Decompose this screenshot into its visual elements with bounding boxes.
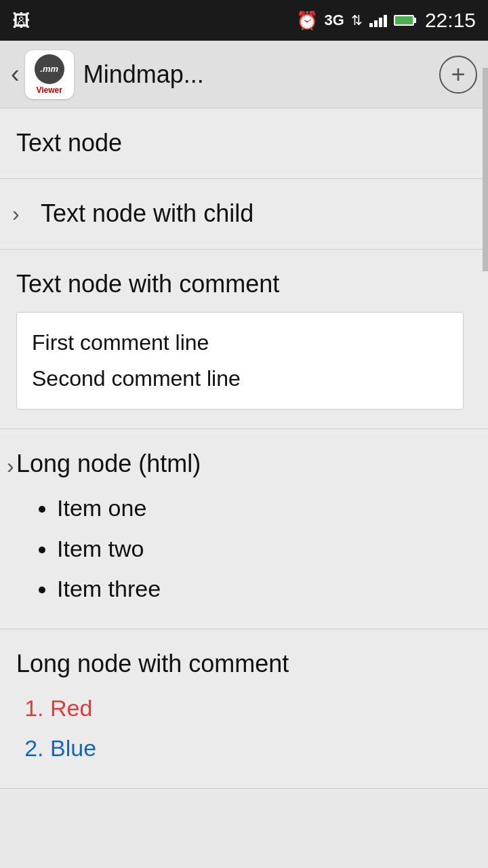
node-title-4: Long node (html): [16, 450, 201, 477]
list-item-5-1: Blue: [50, 728, 472, 769]
app-bar: ‹ .mm Viewer Mindmap... +: [0, 41, 488, 108]
network-label: 3G: [325, 12, 344, 29]
status-bar-right-icons: ⏰ 3G ⇅ 22:15: [296, 9, 476, 32]
scroll-indicator: [483, 68, 488, 271]
signal-icon: [369, 14, 387, 27]
app-title: Mindmap...: [83, 60, 439, 89]
chevron-right-icon-4: ›: [7, 454, 14, 479]
node-title-1: Text node: [16, 129, 122, 157]
node-item-4[interactable]: › Long node (html) Item one Item two Ite…: [0, 429, 488, 629]
list-item-4-0: Item one: [57, 488, 472, 529]
image-icon: 🖼: [12, 10, 30, 31]
node-title-5: Long node with comment: [16, 650, 289, 677]
add-button[interactable]: +: [439, 56, 477, 94]
logo-mm-text: .mm: [35, 54, 64, 84]
comment-box-3: First comment line Second comment line: [16, 312, 464, 410]
battery-icon: [394, 15, 414, 26]
alarm-icon: ⏰: [296, 10, 318, 31]
node-title-3: Text node with comment: [16, 270, 279, 298]
time-display: 22:15: [425, 9, 476, 32]
list-item-4-1: Item two: [57, 529, 472, 570]
status-bar: 🖼 ⏰ 3G ⇅ 22:15: [0, 0, 488, 41]
node-item-5[interactable]: Long node with comment Red Blue: [0, 629, 488, 789]
logo-viewer-text: Viewer: [36, 85, 62, 95]
comment-line-1: First comment line: [32, 325, 448, 361]
content-area: Text node › Text node with child Text no…: [0, 108, 488, 789]
list-item-5-0: Red: [50, 688, 472, 729]
bullet-list-4: Item one Item two Item three: [57, 488, 472, 610]
list-item-4-2: Item three: [57, 569, 472, 610]
back-button[interactable]: ‹: [11, 60, 20, 89]
node-title-2: Text node with child: [41, 199, 253, 227]
status-bar-left-icons: 🖼: [12, 10, 30, 31]
ordered-list-5: Red Blue: [50, 688, 472, 769]
comment-line-2: Second comment line: [32, 361, 448, 397]
node-item-2[interactable]: › Text node with child: [0, 179, 488, 250]
node-item-3[interactable]: Text node with comment First comment lin…: [0, 250, 488, 430]
app-logo: .mm Viewer: [25, 50, 74, 99]
chevron-right-icon-2: ›: [12, 201, 20, 226]
node-item-1[interactable]: Text node: [0, 108, 488, 179]
data-transfer-icon: ⇅: [351, 12, 363, 28]
